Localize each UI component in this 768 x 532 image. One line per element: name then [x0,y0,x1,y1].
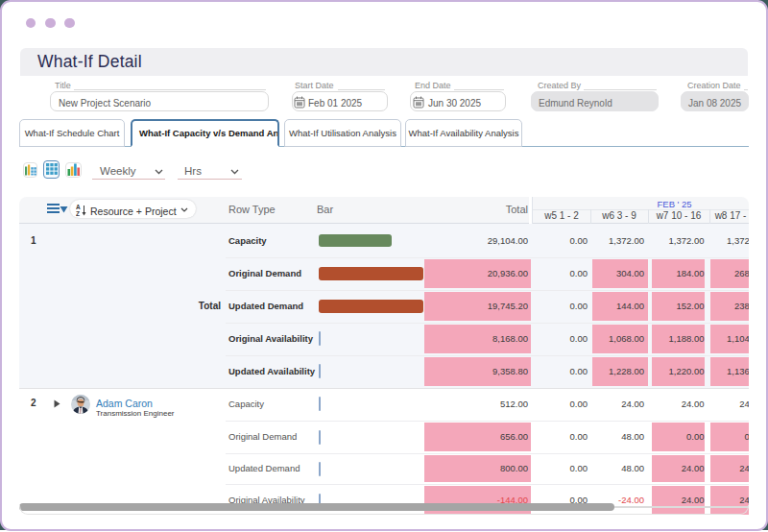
svg-text:A: A [76,204,81,210]
svg-text:Z: Z [76,210,80,216]
